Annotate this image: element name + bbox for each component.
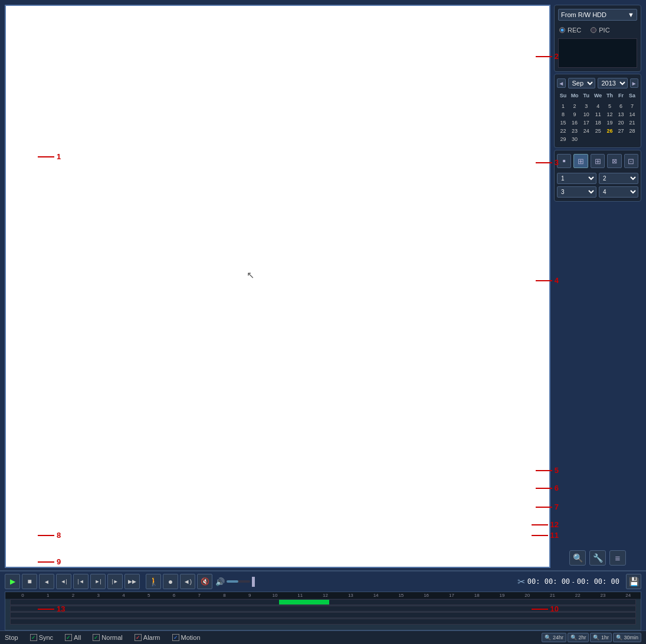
cal-day: [605, 136, 615, 143]
rewind-btn[interactable]: ◄: [39, 574, 54, 589]
cal-day[interactable]: 23: [569, 127, 580, 134]
cal-day[interactable]: 25: [592, 127, 604, 134]
zoom-2hr-icon: 🔍: [570, 635, 577, 640]
hour-17: 17: [439, 593, 464, 598]
annotation-9: 9: [38, 557, 61, 566]
volume-track[interactable]: [227, 580, 250, 583]
cal-next-btn[interactable]: ►: [630, 78, 639, 88]
view-custom-btn[interactable]: ⊡: [624, 154, 638, 168]
search-btn[interactable]: 🔍: [569, 550, 586, 566]
cal-day[interactable]: 6: [616, 103, 626, 110]
zoom-2hr-btn[interactable]: 🔍 2hr: [568, 633, 589, 642]
normal-checkbox[interactable]: ✓: [93, 634, 100, 641]
status-alarm[interactable]: ✓ Alarm: [135, 634, 160, 641]
time-separator: -: [572, 578, 575, 585]
cal-day[interactable]: 7: [627, 103, 637, 110]
fast-fwd-btn[interactable]: |►: [107, 574, 123, 589]
cal-day[interactable]: 13: [616, 111, 626, 118]
step-back-btn[interactable]: |◄: [73, 574, 88, 589]
cal-prev-btn[interactable]: ◄: [557, 78, 566, 88]
pic-radio[interactable]: PIC: [591, 27, 609, 34]
channel1-select[interactable]: 1234: [557, 173, 596, 184]
fast-fwd2-btn[interactable]: ▶▶: [124, 574, 140, 589]
motion-checkbox[interactable]: ✓: [172, 634, 179, 641]
source-radio-group: REC PIC: [558, 24, 637, 36]
hour-23: 23: [591, 593, 616, 598]
snapshot-btn[interactable]: ●: [163, 574, 178, 589]
status-sync[interactable]: ✓ Sync: [30, 634, 53, 641]
channel2-select[interactable]: 2134: [599, 173, 638, 184]
cal-day[interactable]: 11: [592, 111, 604, 118]
zoom-24hr-icon: 🔍: [545, 635, 551, 640]
sync-label: Sync: [39, 634, 53, 641]
cal-day[interactable]: 26: [605, 127, 615, 134]
status-all[interactable]: ✓ All: [65, 634, 81, 641]
mute-btn[interactable]: 🔇: [197, 574, 212, 589]
cal-day[interactable]: 18: [592, 119, 604, 126]
motion-label: Motion: [181, 634, 201, 641]
cal-day[interactable]: 19: [605, 119, 615, 126]
cal-day[interactable]: 3: [581, 103, 591, 110]
annotation-4: 4: [536, 276, 559, 285]
source-dropdown[interactable]: From R/W HDD ▼: [558, 9, 637, 21]
zoom-30min-btn[interactable]: 🔍 30min: [613, 633, 641, 642]
cal-day[interactable]: 28: [627, 127, 637, 134]
cal-day[interactable]: 12: [605, 111, 615, 118]
cal-day[interactable]: 4: [592, 103, 604, 110]
cal-day: [558, 100, 568, 101]
cal-year-select[interactable]: 2013: [598, 78, 628, 88]
cal-day[interactable]: 16: [569, 119, 580, 126]
cal-day[interactable]: 29: [558, 136, 568, 143]
slow-back-btn[interactable]: ◄|: [56, 574, 71, 589]
zoom-1hr-btn[interactable]: 🔍 1hr: [590, 633, 612, 642]
cal-day[interactable]: 1: [558, 103, 568, 110]
sync-checkbox[interactable]: ✓: [30, 634, 37, 641]
cal-day[interactable]: 5: [605, 103, 615, 110]
play-btn[interactable]: ▶: [5, 574, 20, 589]
settings-btn[interactable]: 🔧: [589, 550, 606, 566]
save-btn[interactable]: 💾: [626, 574, 641, 589]
rec-radio[interactable]: REC: [559, 27, 581, 34]
stop-btn[interactable]: ■: [22, 574, 37, 589]
cal-day[interactable]: 9: [569, 111, 580, 118]
audio-back-btn[interactable]: ◄): [180, 574, 195, 589]
zoom-24hr-label: 24hr: [553, 635, 563, 640]
cal-day[interactable]: 15: [558, 119, 568, 126]
cal-month-select[interactable]: Sep Oct: [568, 78, 595, 88]
channel3-select[interactable]: 3124: [557, 186, 596, 198]
cal-day[interactable]: 30: [569, 136, 580, 143]
view-nine-btn[interactable]: ⊞: [591, 154, 605, 168]
timeline-tracks[interactable]: [5, 599, 641, 630]
step-fwd-btn[interactable]: ►|: [90, 574, 106, 589]
cal-day[interactable]: 2: [569, 103, 580, 110]
cal-day[interactable]: 10: [581, 111, 591, 118]
volume-slider[interactable]: 🔊 ▌: [215, 577, 258, 586]
cal-day[interactable]: 22: [558, 127, 568, 134]
cal-day[interactable]: 24: [581, 127, 591, 134]
rec-radio-dot: [559, 27, 565, 33]
timeline-track-4[interactable]: [10, 619, 636, 625]
list-btn[interactable]: ≡: [609, 550, 626, 566]
view-sixteen-btn[interactable]: ⊠: [607, 154, 621, 168]
annotation-5: 5: [536, 466, 559, 475]
all-checkbox[interactable]: ✓: [65, 634, 72, 641]
hour-7: 7: [186, 593, 212, 598]
cal-day[interactable]: 20: [616, 119, 626, 126]
cal-day[interactable]: 8: [558, 111, 568, 118]
cal-day[interactable]: 17: [581, 119, 591, 126]
alarm-checkbox[interactable]: ✓: [135, 634, 142, 641]
annotation-8: 8: [38, 531, 61, 540]
view-quad-btn[interactable]: ⊞: [573, 154, 588, 168]
cal-day[interactable]: 21: [627, 119, 637, 126]
cal-day[interactable]: 27: [616, 127, 626, 134]
annotation-13: 13: [38, 604, 65, 613]
status-normal[interactable]: ✓ Normal: [93, 634, 122, 641]
cal-header-fr: Fr: [616, 92, 626, 99]
source-dropdown-label: From R/W HDD: [561, 11, 606, 18]
channel4-select[interactable]: 4123: [599, 186, 638, 198]
status-motion[interactable]: ✓ Motion: [172, 634, 201, 641]
cal-day[interactable]: 14: [627, 111, 637, 118]
motion-detect-btn[interactable]: 🚶: [146, 574, 161, 589]
view-single-btn[interactable]: ▪: [557, 154, 571, 168]
zoom-24hr-btn[interactable]: 🔍 24hr: [542, 633, 566, 642]
